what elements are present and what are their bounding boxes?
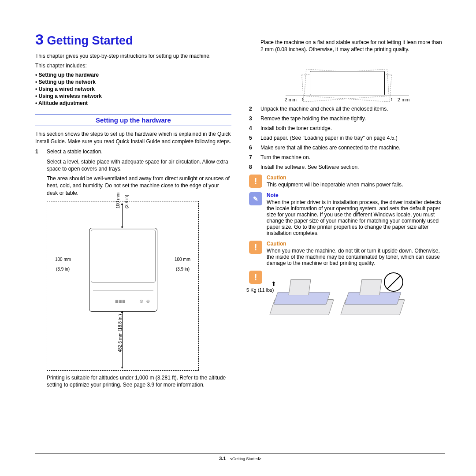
callout-title: Caution bbox=[267, 241, 445, 247]
toc-item: Setting up the hardware bbox=[35, 72, 231, 78]
printer-lift-wrong-icon bbox=[338, 271, 407, 319]
toc-item: Using a wired network bbox=[35, 86, 231, 92]
right-intro: Place the machine on a flat and stable s… bbox=[260, 39, 445, 53]
page-footer: 3.1 <Getting Started> bbox=[35, 454, 445, 461]
step-number: 8 bbox=[249, 164, 254, 170]
tilt-label-left: 2 mm bbox=[285, 97, 297, 102]
step-number: 6 bbox=[249, 145, 254, 151]
toc-item: Using a wireless network bbox=[35, 93, 231, 99]
step-text: Unpack the machine and check all the enc… bbox=[260, 106, 388, 112]
step-7: 7Turn the machine on. bbox=[249, 154, 445, 160]
step-4: 4Install both the toner cartridge. bbox=[249, 125, 445, 131]
chapter-heading: 3 Getting Started bbox=[35, 31, 231, 48]
dim-left-mm: 100 mm bbox=[55, 257, 71, 262]
dim-top-in: (3.9 in) bbox=[124, 195, 129, 208]
step-2: 2Unpack the machine and check all the en… bbox=[249, 106, 445, 112]
step-text: Install the software. See Software secti… bbox=[260, 164, 359, 170]
step-text: Load paper. (See "Loading paper in the t… bbox=[260, 135, 398, 141]
callout-title: Note bbox=[267, 192, 445, 198]
weight-label: 5 Kg (11 lbs) bbox=[246, 287, 274, 293]
section-divider: Setting up the hardware bbox=[35, 114, 231, 126]
step-5: 5Load paper. (See "Loading paper in the … bbox=[249, 135, 445, 141]
step-1-sub1: Select a level, stable place with adequa… bbox=[47, 158, 231, 172]
step-8: 8Install the software. See Software sect… bbox=[249, 164, 445, 170]
page-number: 3.1 bbox=[219, 456, 226, 461]
callout-title: Caution bbox=[267, 175, 403, 181]
prohibit-icon bbox=[384, 272, 403, 292]
note-callout: ✎ Note When the printer driver is in ins… bbox=[249, 192, 445, 236]
printer-outline-icon: ▦▦▦ ◎ ◎ bbox=[89, 228, 157, 312]
callout-text: This equipment will be inoperable when m… bbox=[267, 182, 403, 188]
step-number: 2 bbox=[249, 106, 254, 112]
chapter-number: 3 bbox=[35, 31, 44, 48]
callout-body: Caution When you move the machine, do no… bbox=[267, 241, 445, 266]
updown-arrow-icon: ↕ bbox=[390, 96, 393, 101]
callout-body: Note When the printer driver is in insta… bbox=[267, 192, 445, 236]
caution-icon: ! bbox=[249, 241, 262, 254]
section-title: Setting up the hardware bbox=[96, 116, 171, 124]
chapter-title-text: Getting Started bbox=[47, 34, 133, 47]
dim-right-mm: 100 mm bbox=[175, 257, 190, 262]
step-number: 1 bbox=[35, 149, 41, 155]
page-columns: 3 Getting Started This chapter gives you… bbox=[35, 31, 445, 391]
tilt-diagram: 2 mm ↕ 2 mm ↕ bbox=[286, 57, 409, 101]
callout-text: When the printer driver is in installati… bbox=[267, 199, 445, 236]
step-1-sub2: The area should be well-ventilated and a… bbox=[47, 175, 231, 197]
dim-right-in: (3.9 in) bbox=[176, 267, 190, 271]
caution-icon: ! bbox=[249, 271, 262, 284]
weight-diagram: ! ⬆ 5 Kg (11 lbs) bbox=[249, 271, 445, 319]
toc-item: Setting up the network bbox=[35, 79, 231, 85]
step-text: Select a stable location. bbox=[47, 149, 103, 155]
callout-text: When you move the machine, do not tilt o… bbox=[267, 248, 445, 266]
arrow-icon bbox=[157, 270, 195, 270]
altitude-note: Printing is suitable for altitudes under… bbox=[47, 374, 231, 388]
printer-side-icon bbox=[310, 71, 385, 95]
note-icon: ✎ bbox=[249, 192, 262, 205]
dim-left-in: (3.9 in) bbox=[56, 267, 70, 271]
step-text: Make sure that all the cables are connec… bbox=[260, 145, 401, 151]
step-number: 4 bbox=[249, 125, 254, 131]
caution-callout: ! Caution This equipment will be inopera… bbox=[249, 175, 445, 188]
step-text: Turn the machine on. bbox=[260, 154, 310, 160]
section-intro: This section shows the steps to set up t… bbox=[35, 130, 231, 145]
intro-paragraph-1: This chapter gives you step-by-step inst… bbox=[35, 52, 231, 60]
dim-top-mm: 100 mm bbox=[115, 193, 120, 208]
caution-callout: ! Caution When you move the machine, do … bbox=[249, 241, 445, 266]
toc-item: Altitude adjustment bbox=[35, 100, 231, 106]
step-text: Remove the tape holding the machine tigh… bbox=[260, 115, 366, 122]
intro-paragraph-2: This chapter includes: bbox=[35, 62, 231, 69]
footer-chapter: <Getting Started> bbox=[230, 457, 261, 461]
step-number: 3 bbox=[249, 115, 254, 122]
step-number: 5 bbox=[249, 135, 254, 141]
step-text: Install both the toner cartridge. bbox=[260, 125, 332, 131]
step-6: 6Make sure that all the cables are conne… bbox=[249, 145, 445, 151]
step-number: 7 bbox=[249, 154, 254, 160]
right-column: Place the machine on a flat and stable s… bbox=[249, 31, 445, 391]
step-3: 3Remove the tape holding the machine tig… bbox=[249, 115, 445, 122]
chapter-toc: Setting up the hardware Setting up the n… bbox=[35, 72, 231, 106]
spacing-diagram: 100 mm (3.9 in) ▦▦▦ ◎ ◎ 100 mm (3.9 in) … bbox=[47, 201, 199, 371]
up-arrow-icon: ⬆ bbox=[271, 280, 276, 287]
arrow-icon bbox=[51, 270, 88, 270]
tilt-label-right: 2 mm bbox=[398, 97, 410, 102]
arrow-icon bbox=[122, 204, 123, 228]
left-column: 3 Getting Started This chapter gives you… bbox=[35, 31, 231, 391]
callout-body: Caution This equipment will be inoperabl… bbox=[267, 175, 403, 188]
step-1: 1 Select a stable location. bbox=[35, 149, 231, 155]
caution-icon: ! bbox=[249, 175, 262, 188]
printer-lift-correct-icon: ⬆ 5 Kg (11 lbs) bbox=[268, 271, 336, 319]
dim-bottom: 482.6 mm (18.8 in.) bbox=[118, 314, 123, 352]
updown-arrow-icon: ↕ bbox=[301, 96, 304, 101]
